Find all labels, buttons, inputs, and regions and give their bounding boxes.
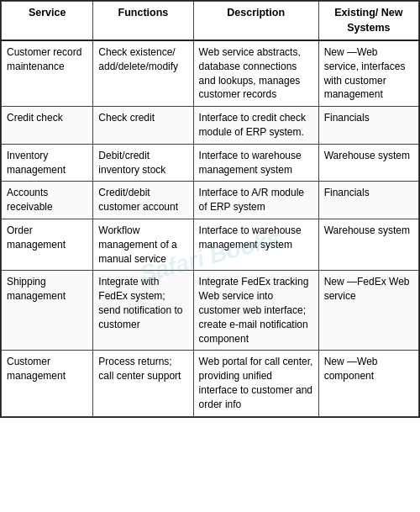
cell-functions: Credit/debit customer account: [93, 182, 193, 219]
cell-service: Customer management: [2, 351, 93, 416]
header-description: Description: [193, 2, 318, 41]
cell-functions: Integrate with FedEx system; send notifi…: [93, 271, 193, 351]
cell-service: Order management: [2, 219, 93, 270]
page-wrapper: Safari Books Service Functions Descripti…: [0, 0, 420, 512]
table-row: Inventory managementDebit/credit invento…: [2, 144, 419, 182]
cell-service: Customer record maintenance: [2, 40, 93, 107]
cell-description: Web service abstracts, database connecti…: [193, 40, 318, 107]
table-row: Order managementWorkflow management of a…: [2, 219, 419, 270]
cell-description: Web portal for call center, providing un…: [193, 351, 318, 416]
table-row: Shipping managementIntegrate with FedEx …: [2, 271, 419, 351]
cell-functions: Workflow management of a manual service: [93, 219, 193, 270]
table-row: Customer record maintenanceCheck existen…: [2, 40, 419, 107]
cell-functions: Check existence/ add/delete/modify: [93, 40, 193, 107]
cell-service: Shipping management: [2, 271, 93, 351]
cell-service: Accounts receivable: [2, 182, 93, 219]
header-systems: Existing/ New Systems: [318, 2, 418, 41]
services-table: Service Functions Description Existing/ …: [1, 1, 419, 417]
cell-systems: New —Web component: [318, 351, 418, 416]
cell-systems: Warehouse system: [318, 219, 418, 270]
cell-service: Credit check: [2, 107, 93, 145]
header-functions: Functions: [93, 2, 193, 41]
header-service: Service: [2, 2, 93, 41]
cell-description: Interface to credit check module of ERP …: [193, 107, 318, 145]
cell-description: Integrate FedEx tracking Web service int…: [193, 271, 318, 351]
cell-systems: Warehouse system: [318, 144, 418, 182]
cell-functions: Debit/credit inventory stock: [93, 144, 193, 182]
cell-systems: New —FedEx Web service: [318, 271, 418, 351]
table-row: Credit checkCheck creditInterface to cre…: [2, 107, 419, 145]
cell-service: Inventory management: [2, 144, 93, 182]
cell-description: Interface to A/R module of ERP system: [193, 182, 318, 219]
cell-functions: Check credit: [93, 107, 193, 145]
cell-systems: Financials: [318, 107, 418, 145]
cell-functions: Process returns; call center support: [93, 351, 193, 416]
table-header-row: Service Functions Description Existing/ …: [2, 2, 419, 41]
table-row: Customer managementProcess returns; call…: [2, 351, 419, 416]
cell-description: Interface to warehouse management system: [193, 219, 318, 270]
cell-description: Interface to warehouse management system: [193, 144, 318, 182]
table-row: Accounts receivableCredit/debit customer…: [2, 182, 419, 219]
cell-systems: New —Web service, interfaces with custom…: [318, 40, 418, 107]
cell-systems: Financials: [318, 182, 418, 219]
main-table-wrapper: Service Functions Description Existing/ …: [0, 0, 420, 418]
